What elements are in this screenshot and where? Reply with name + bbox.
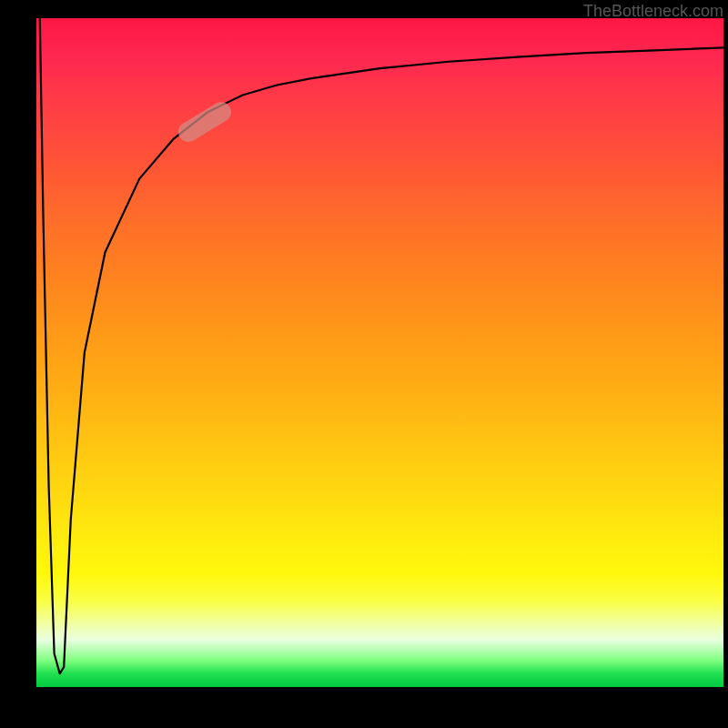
watermark-text: TheBottleneck.com (583, 2, 723, 21)
curve-svg (36, 18, 723, 687)
curve-line (40, 18, 723, 673)
chart-container: TheBottleneck.com (0, 0, 728, 728)
plot-area (36, 18, 723, 687)
